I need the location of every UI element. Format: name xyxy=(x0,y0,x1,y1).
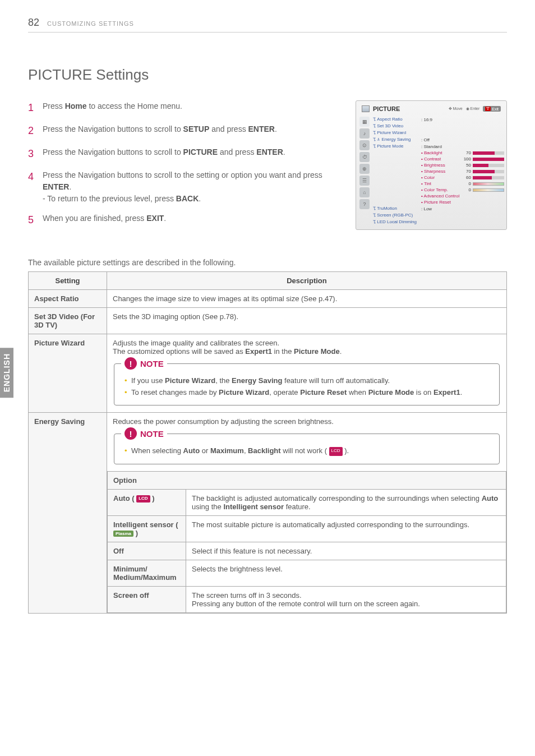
step-number: 3 xyxy=(28,146,43,162)
osd-item[interactable]: ꔂ Aspect Ratio: 16:9 xyxy=(373,117,504,122)
table-row: Picture Wizard Adjusts the image quality… xyxy=(29,334,507,413)
setting-name: Energy Saving xyxy=(29,413,107,613)
note-item: If you use Picture Wizard, the Energy Sa… xyxy=(124,376,491,386)
step-number: 1 xyxy=(28,100,43,116)
step-text: Press the Navigation buttons to scroll t… xyxy=(43,169,344,205)
osd-tint-row[interactable]: • Tint 0 xyxy=(373,181,504,186)
option-row: Off Select if this feature is not necess… xyxy=(108,542,506,560)
osd-item[interactable]: ꔂ LED Local Dimming xyxy=(373,219,504,225)
setting-desc: Adjusts the image quality and calibrates… xyxy=(107,334,507,413)
option-name: Intelligent sensor ( Plasma ) xyxy=(108,515,186,542)
step: 3 Press the Navigation buttons to scroll… xyxy=(28,146,344,162)
option-desc: The most suitable picture is automatical… xyxy=(186,515,506,542)
note-icon: ! xyxy=(124,427,137,440)
steps-list: 1 Press Home to access the Home menu.2 P… xyxy=(28,100,344,236)
osd-title: PICTURE xyxy=(373,105,400,112)
option-row: Intelligent sensor ( Plasma ) The most s… xyxy=(108,515,506,542)
osd-cat-icon[interactable]: ⊙ xyxy=(359,140,370,150)
table-row: Aspect Ratio Changes the image size to v… xyxy=(29,290,507,308)
note-label: ! NOTE xyxy=(121,357,167,370)
osd-cat-icon[interactable]: ☰ xyxy=(359,176,370,186)
step: 1 Press Home to access the Home menu. xyxy=(28,100,344,116)
setting-name: Picture Wizard xyxy=(29,334,107,413)
step: 2 Press the Navigation buttons to scroll… xyxy=(28,123,344,139)
osd-item[interactable]: ꔂ Picture Wizard xyxy=(373,130,504,136)
osd-item[interactable]: ꔂ Set 3D Video xyxy=(373,123,504,129)
osd-item[interactable]: ꔂ Picture Mode: Standard xyxy=(373,144,504,149)
table-row: Energy Saving Reduces the power consumpt… xyxy=(29,413,507,613)
step-number: 5 xyxy=(28,213,43,228)
option-name: Off xyxy=(108,542,186,560)
osd-slider-row[interactable]: • Backlight 70 xyxy=(373,150,504,155)
note-item: When selecting Auto or Maximum, Backligh… xyxy=(124,446,491,456)
option-row: Auto ( LCD ) The backlight is adjusted a… xyxy=(108,489,506,515)
osd-colortemp-row[interactable]: • Color Temp. 0 xyxy=(373,187,504,192)
col-description-header: Description xyxy=(107,272,507,290)
osd-extra[interactable]: • Advanced Control xyxy=(373,193,504,199)
setting-desc: Changes the image size to view images at… xyxy=(107,290,507,308)
setting-name: Set 3D Video (For 3D TV) xyxy=(29,308,107,334)
table-intro: The available picture settings are descr… xyxy=(28,258,507,267)
osd-cat-icon[interactable]: ⊕ xyxy=(359,164,370,174)
note-box: ! NOTE When selecting Auto or Maximum, B… xyxy=(114,434,500,464)
option-row: Screen off The screen turns off in 3 sec… xyxy=(108,586,506,612)
note-item: To reset changes made by Picture Wizard,… xyxy=(124,388,491,398)
step-text: Press the Navigation buttons to scroll t… xyxy=(43,123,277,139)
settings-table: Setting Description Aspect Ratio Changes… xyxy=(28,271,507,614)
step: 4 Press the Navigation buttons to scroll… xyxy=(28,169,344,205)
osd-cat-icon[interactable]: ⌂ xyxy=(359,187,370,197)
note-icon: ! xyxy=(124,357,137,370)
page-number: 82 xyxy=(28,17,39,29)
setting-desc: Sets the 3D imaging option (See p.78). xyxy=(107,308,507,334)
section-heading: PICTURE Settings xyxy=(28,66,507,84)
setting-desc: Reduces the power consumption by adjusti… xyxy=(107,413,507,613)
slider-track[interactable] xyxy=(473,151,504,155)
option-name: Auto ( LCD ) xyxy=(108,489,186,515)
osd-item[interactable]: ꔂ Screen (RGB-PC) xyxy=(373,213,504,218)
osd-preview: PICTURE ✥ Move ◉ Enter ꔅExit ▦ ♪ ⊙ ⏱ ⊕ ☰… xyxy=(356,100,507,230)
header-section: CUSTOMIZING SETTINGS xyxy=(47,20,134,27)
picture-icon xyxy=(362,105,370,112)
option-name: Screen off xyxy=(108,586,186,612)
osd-enter-hint: ◉ Enter xyxy=(466,107,480,111)
osd-move-hint: ✥ Move xyxy=(449,107,463,111)
step-text: Press the Navigation buttons to scroll t… xyxy=(43,146,285,162)
osd-cat-icon[interactable]: ? xyxy=(359,199,370,209)
option-name: Minimum/ Medium/Maximum xyxy=(108,560,186,586)
slider-track[interactable] xyxy=(473,176,504,179)
osd-slider-row[interactable]: • Color 60 xyxy=(373,175,504,180)
slider-track[interactable] xyxy=(473,158,504,161)
osd-exit-button[interactable]: ꔅExit xyxy=(483,106,501,112)
osd-category-icons: ▦ ♪ ⊙ ⏱ ⊕ ☰ ⌂ ? xyxy=(359,116,370,226)
language-tab: ENGLISH xyxy=(0,348,13,398)
option-desc: Select if this feature is not necessary. xyxy=(186,542,506,560)
note-box: ! NOTE If you use Picture Wizard, the En… xyxy=(114,363,500,405)
step-text: Press Home to access the Home menu. xyxy=(43,100,182,116)
step-number: 2 xyxy=(28,123,43,139)
option-desc: The backlight is adjusted automatically … xyxy=(186,489,506,515)
options-table: Option Auto ( LCD ) The backlight is adj… xyxy=(107,471,506,613)
slider-track[interactable] xyxy=(473,164,504,167)
osd-slider-row[interactable]: • Sharpness 70 xyxy=(373,169,504,174)
osd-item[interactable]: ꔂ ꕊ Energy Saving: Off xyxy=(373,137,504,142)
page-header: 82 CUSTOMIZING SETTINGS xyxy=(28,17,507,33)
osd-slider-row[interactable]: • Contrast 100 xyxy=(373,156,504,162)
osd-cat-icon[interactable]: ♪ xyxy=(359,128,370,139)
option-header: Option xyxy=(108,471,506,489)
osd-cat-icon[interactable]: ⏱ xyxy=(359,152,370,162)
step: 5 When you are finished, press EXIT. xyxy=(28,213,344,228)
osd-item[interactable]: ꔂ TruMotion: Low xyxy=(373,206,504,211)
slider-track[interactable] xyxy=(473,170,504,173)
step-number: 4 xyxy=(28,169,43,205)
option-desc: Selects the brightness level. xyxy=(186,560,506,586)
osd-cat-icon[interactable]: ▦ xyxy=(359,117,370,127)
col-setting-header: Setting xyxy=(29,272,107,290)
option-desc: The screen turns off in 3 seconds.Pressi… xyxy=(186,586,506,612)
note-label: ! NOTE xyxy=(121,427,167,440)
colortemp-bar[interactable] xyxy=(473,188,504,192)
tint-bar[interactable] xyxy=(473,182,504,186)
table-row: Set 3D Video (For 3D TV) Sets the 3D ima… xyxy=(29,308,507,334)
setting-name: Aspect Ratio xyxy=(29,290,107,308)
osd-slider-row[interactable]: • Brightness 50 xyxy=(373,163,504,168)
osd-extra[interactable]: • Picture Reset xyxy=(373,200,504,205)
